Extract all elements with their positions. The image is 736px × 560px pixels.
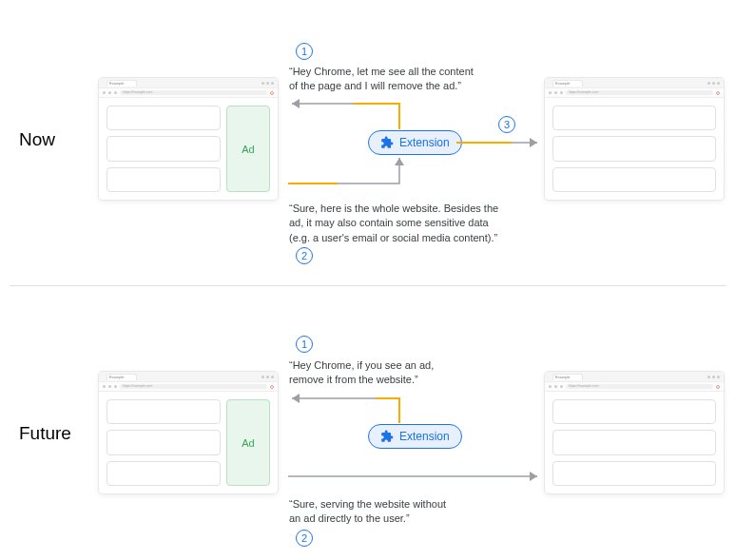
window-controls-icon	[261, 82, 274, 85]
browser-tab: Example	[107, 374, 137, 380]
quote-now-2: “Sure, here is the whole website. Beside…	[289, 202, 498, 245]
step-badge-3: 3	[498, 116, 515, 133]
extension-pill: Extension	[368, 130, 462, 155]
window-controls-icon	[707, 376, 720, 378]
svg-marker-0	[292, 99, 300, 108]
browser-now-right: Example https://example.com	[545, 78, 724, 200]
content-block	[107, 461, 221, 486]
section-label-future: Future	[19, 423, 71, 444]
window-controls-icon	[261, 376, 274, 378]
step-badge-2: 2	[296, 530, 313, 547]
puzzle-icon	[380, 136, 394, 149]
browser-viewport: Ad	[99, 98, 278, 200]
quote-now-1: “Hey Chrome, let me see all the content …	[289, 65, 474, 94]
content-block	[107, 430, 221, 454]
content-block	[107, 167, 221, 192]
forward-icon	[554, 91, 557, 94]
browser-viewport	[545, 392, 724, 493]
browser-titlebar: Example	[99, 372, 278, 382]
forward-icon	[108, 91, 111, 94]
reload-icon	[560, 385, 563, 388]
browser-addressbar: https://example.com	[99, 382, 278, 392]
url-field: https://example.com	[120, 384, 267, 389]
profile-icon	[270, 91, 274, 95]
browser-addressbar: https://example.com	[99, 88, 278, 98]
back-icon	[549, 385, 552, 388]
browser-viewport: Ad	[99, 392, 278, 493]
browser-viewport	[545, 98, 724, 200]
quote-future-2: “Sure, serving the website without an ad…	[289, 497, 446, 527]
step-badge-2: 2	[296, 247, 313, 264]
content-block	[107, 399, 221, 424]
url-field: https://example.com	[120, 90, 267, 95]
window-controls-icon	[707, 82, 720, 85]
ad-block: Ad	[226, 106, 270, 192]
ad-block: Ad	[226, 399, 270, 486]
browser-titlebar: Example	[99, 78, 278, 88]
browser-titlebar: Example	[545, 372, 724, 382]
section-label-now: Now	[19, 129, 55, 150]
browser-addressbar: https://example.com	[545, 382, 724, 392]
content-block	[107, 136, 221, 161]
quote-future-1: “Hey Chrome, if you see an ad, remove it…	[289, 358, 434, 388]
content-block	[552, 167, 716, 192]
url-field: https://example.com	[566, 384, 713, 389]
browser-addressbar: https://example.com	[545, 88, 724, 98]
section-now: Now Example https://example.com Ad Examp…	[0, 0, 736, 276]
browser-now-left: Example https://example.com Ad	[99, 78, 278, 200]
step-badge-1: 1	[296, 43, 313, 60]
svg-marker-4	[530, 472, 537, 481]
back-icon	[103, 385, 106, 388]
svg-marker-3	[292, 394, 300, 403]
back-icon	[549, 91, 552, 94]
svg-marker-1	[395, 158, 404, 165]
forward-icon	[554, 385, 557, 388]
browser-tab: Example	[552, 80, 583, 87]
puzzle-icon	[380, 430, 394, 443]
profile-icon	[716, 385, 720, 389]
content-block	[552, 106, 716, 130]
browser-future-right: Example https://example.com	[545, 372, 724, 493]
browser-titlebar: Example	[545, 78, 724, 88]
browser-tab: Example	[552, 374, 583, 380]
profile-icon	[270, 385, 274, 389]
url-field: https://example.com	[566, 90, 713, 95]
back-icon	[103, 91, 106, 94]
extension-label: Extension	[399, 430, 450, 443]
content-block	[552, 430, 716, 454]
browser-tab: Example	[107, 80, 137, 87]
section-future: Future Example https://example.com Ad Ex…	[0, 286, 736, 560]
extension-pill: Extension	[368, 424, 462, 449]
profile-icon	[716, 91, 720, 95]
reload-icon	[560, 91, 563, 94]
svg-marker-2	[530, 138, 537, 147]
content-block	[107, 106, 221, 130]
content-block	[552, 399, 716, 424]
reload-icon	[114, 91, 117, 94]
extension-label: Extension	[399, 136, 450, 149]
forward-icon	[108, 385, 111, 388]
content-block	[552, 461, 716, 486]
step-badge-1: 1	[296, 336, 313, 353]
reload-icon	[114, 385, 117, 388]
content-block	[552, 136, 716, 161]
browser-future-left: Example https://example.com Ad	[99, 372, 278, 493]
